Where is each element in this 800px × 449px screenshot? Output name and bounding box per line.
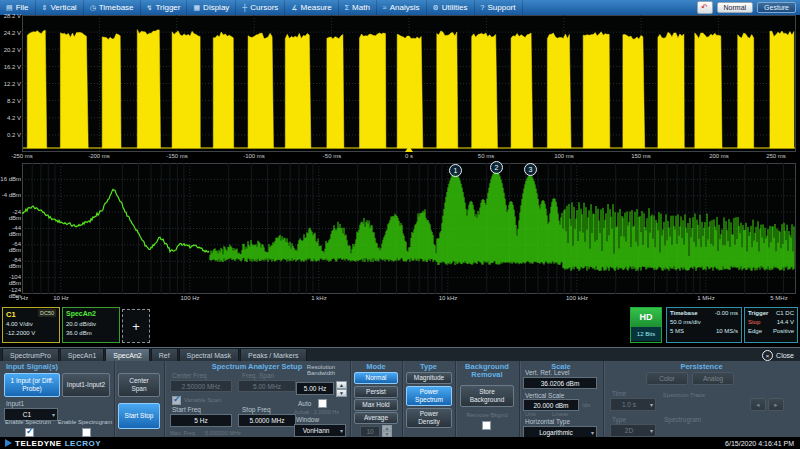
center-span-button[interactable]: Center Span <box>118 373 160 397</box>
time-label: 0 s <box>389 153 429 159</box>
normal-button[interactable]: Normal <box>717 2 754 13</box>
unit-value: Linear <box>552 411 569 417</box>
persistence-next-button[interactable]: ▸ <box>768 398 784 411</box>
rbw-field[interactable]: 5.00 Hz <box>296 382 334 395</box>
peak-marker-2[interactable]: 2 <box>490 161 503 174</box>
volt-label: 20.2 V <box>0 47 21 53</box>
center-freq-label: Center Freq <box>172 372 207 379</box>
trigger-descriptor[interactable]: Trigger C1 DC Stop 14.4 V Edge Positive <box>744 307 798 343</box>
peak-marker-1[interactable]: 1 <box>449 164 462 177</box>
persistence-time-select[interactable]: 1.0 s <box>610 398 656 411</box>
vertical-icon: ⇕ <box>42 4 48 12</box>
tab-spectrumpro[interactable]: SpectrumPro <box>2 348 59 361</box>
tab-spectral-mask[interactable]: Spectral Mask <box>179 348 239 361</box>
variable-span-checkbox[interactable] <box>172 396 181 405</box>
timebase-descriptor[interactable]: Timebase -0.00 ms 50.0 ms/div 5 MS 10 MS… <box>666 307 742 343</box>
spectrum-graticule <box>22 163 796 294</box>
max-freq-value: 5.000000 MHz <box>205 430 241 436</box>
type-magnitude-button[interactable]: Magnitude <box>406 372 452 384</box>
menu-item-timebase[interactable]: ◷Timebase <box>84 0 141 15</box>
rbw-down-button[interactable]: ▼ <box>336 389 347 397</box>
freq-label: 100 Hz <box>175 295 205 301</box>
menu-item-trigger[interactable]: ↯Trigger <box>141 0 188 15</box>
trigger-mode: Stop <box>748 318 760 327</box>
type-power-spectrum-button[interactable]: Power Spectrum <box>406 386 452 406</box>
mode-average-button[interactable]: Average <box>354 412 398 424</box>
vertical-scale-field[interactable]: 20.000 dBm <box>523 399 579 411</box>
type-power-density-button[interactable]: Power Density <box>406 408 452 428</box>
menu-label: Cursors <box>250 3 278 12</box>
c1-descriptor[interactable]: C1 DC50 4.00 V/div -12.2000 V <box>2 307 60 343</box>
menu-bar: ▤File ⇕Vertical ◷Timebase ↯Trigger ▦Disp… <box>0 0 800 15</box>
mode-maxhold-button[interactable]: Max Hold <box>354 399 398 411</box>
undo-button[interactable] <box>697 1 713 14</box>
actual-rbw-value: Actual : 2.0000 Hz <box>294 409 339 415</box>
max-freq-label: Max. Freq <box>170 430 195 436</box>
start-stop-button[interactable]: Start Stop <box>118 403 160 429</box>
menu-item-display[interactable]: ▦Display <box>187 0 236 15</box>
specan2-scale: 20.0 dB/div <box>66 320 116 329</box>
enable-spectrum-checkbox[interactable] <box>25 428 34 437</box>
input1-input2-button[interactable]: Input1-Input2 <box>62 373 110 397</box>
oscilloscope-screen: ▤File ⇕Vertical ◷Timebase ↯Trigger ▦Disp… <box>0 0 800 449</box>
db-label: -104 dBm <box>0 274 21 286</box>
mode-persist-button[interactable]: Persist <box>354 386 398 398</box>
tab-ref[interactable]: Ref <box>151 348 178 361</box>
menu-item-measure[interactable]: ∡Measure <box>285 0 338 15</box>
analysis-icon: ≈ <box>383 4 387 11</box>
menu-label: Measure <box>301 3 332 12</box>
persistence-color-button[interactable]: Color <box>646 372 688 385</box>
dialog-close-button[interactable]: × Close <box>762 350 800 361</box>
trigger-icon: ↯ <box>147 4 153 12</box>
horizontal-type-label: Horizontal Type <box>525 418 570 425</box>
stop-freq-field[interactable]: 5.0000 MHz <box>238 414 296 427</box>
volt-label: 24.2 V <box>0 30 21 36</box>
file-icon: ▤ <box>6 4 13 12</box>
menu-item-vertical[interactable]: ⇕Vertical <box>36 0 84 15</box>
menu-label: Vertical <box>50 3 76 12</box>
specan2-descriptor[interactable]: SpecAn2 20.0 dB/div 36.0 dBm <box>62 307 120 343</box>
persistence-analog-button[interactable]: Analog <box>692 372 734 385</box>
store-background-button[interactable]: Store Background <box>460 385 514 407</box>
support-icon: ? <box>481 4 485 11</box>
tab-specan2[interactable]: SpecAn2 <box>105 348 149 361</box>
unit-label: Unit <box>525 411 536 417</box>
menu-item-math[interactable]: ΣMath <box>339 0 377 15</box>
menu-item-utilities[interactable]: ⚙Utilities <box>427 0 475 15</box>
add-trace-button[interactable]: + <box>122 309 150 343</box>
peak-marker-3[interactable]: 3 <box>524 163 537 176</box>
db-label: -24 dBm <box>0 209 21 221</box>
freq-label: 10 Hz <box>46 295 76 301</box>
c1-pulse-train-trace <box>27 30 794 148</box>
sweeps-field[interactable]: 10 <box>360 426 380 437</box>
auto-checkbox[interactable] <box>318 399 327 408</box>
menu-label: File <box>16 3 29 12</box>
timebase-samples: 5 MS <box>670 327 684 336</box>
freq-span-field[interactable]: 5.00 MHz <box>238 380 296 392</box>
menu-item-cursors[interactable]: ┼Cursors <box>236 0 285 15</box>
trigger-position-marker[interactable] <box>405 146 413 152</box>
tab-peaks-markers[interactable]: Peaks / Markers <box>240 348 307 361</box>
remove-bkgnd-checkbox[interactable] <box>482 421 491 430</box>
type-header: Type <box>402 363 455 371</box>
mode-normal-button[interactable]: Normal <box>354 372 398 384</box>
logo-swoosh-icon <box>5 439 12 447</box>
one-input-button[interactable]: 1 Input (or Diff. Probe) <box>4 373 60 397</box>
menu-item-support[interactable]: ?Support <box>475 0 523 15</box>
persistence-prev-button[interactable]: ◂ <box>750 398 766 411</box>
vert-ref-level-field[interactable]: 36.0206 dBm <box>523 377 597 389</box>
time-label: -50 ms <box>312 153 352 159</box>
center-freq-field[interactable]: 2.50000 MHz <box>170 380 232 392</box>
window-select[interactable]: VonHann <box>294 424 346 437</box>
menu-item-analysis[interactable]: ≈Analysis <box>377 0 427 15</box>
hd-logo: HD <box>631 308 661 327</box>
enable-spectrogram-checkbox[interactable] <box>82 428 91 437</box>
volt-label: 16.2 V <box>0 64 21 70</box>
rbw-up-button[interactable]: ▲ <box>336 381 347 389</box>
tab-specan1[interactable]: SpecAn1 <box>60 348 104 361</box>
specan2-ref: 36.0 dBm <box>66 329 116 338</box>
math-icon: Σ <box>345 4 349 11</box>
persistence-type-select[interactable]: 2D <box>610 424 656 437</box>
start-freq-field[interactable]: 5 Hz <box>170 414 232 427</box>
gesture-button[interactable]: Gesture <box>757 2 796 13</box>
